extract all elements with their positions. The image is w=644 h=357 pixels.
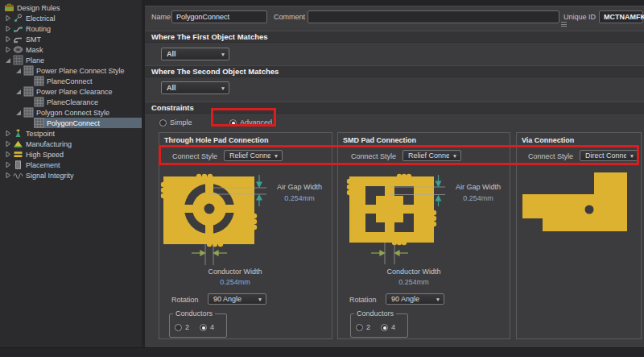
expander-collapsed-icon[interactable]: [3, 44, 13, 55]
tree-item-label: Plane: [26, 56, 44, 64]
tree-item-plane[interactable]: Plane: [0, 55, 142, 65]
tree-item-planeclearance[interactable]: PlaneClearance: [0, 97, 142, 107]
expander-expanded-icon[interactable]: [14, 86, 23, 97]
rule-editor-panel: Name Comment Unique ID MCTNAMFK Where Th…: [145, 0, 644, 347]
tree-item-testpoint[interactable]: Testpoint: [0, 128, 142, 139]
first-object-matches-header: Where The First Object Matches: [145, 31, 644, 43]
tree-item-high-speed[interactable]: High Speed: [0, 149, 142, 160]
comment-input[interactable]: [308, 10, 559, 23]
conductor-width-label: Conductor Width: [386, 268, 440, 276]
through-hole-rotation-dropdown[interactable]: 90 Angle ▼: [208, 293, 266, 305]
expander-collapsed-icon[interactable]: [3, 23, 13, 34]
rules-tree-panel: Design RulesElectricalRoutingSMTMaskPlan…: [0, 0, 142, 347]
expander-spacer: [24, 97, 34, 107]
plane-icon: [13, 55, 23, 65]
tree-item-electrical[interactable]: Electrical: [0, 13, 142, 23]
expander-collapsed-icon[interactable]: [3, 149, 13, 160]
expander-collapsed-icon[interactable]: [3, 139, 13, 149]
rule-icon: [34, 97, 44, 107]
smd-connect-style-dropdown[interactable]: Relief Connect ▼: [402, 150, 461, 161]
rotation-label: Rotation: [171, 296, 199, 304]
comment-label: Comment: [274, 13, 305, 22]
tree-item-planeconnect[interactable]: PlaneConnect: [0, 76, 142, 86]
conductors-option-label: 4: [210, 323, 214, 331]
expander-expanded-icon[interactable]: [14, 107, 23, 118]
air-gap-width-value: 0.254mm: [463, 194, 493, 202]
tree-item-label: Testpoint: [26, 130, 55, 138]
conductor-width-label: Conductor Width: [208, 268, 262, 276]
conductors-option-label: 4: [391, 323, 395, 331]
second-object-scope-dropdown[interactable]: All ▼: [161, 81, 229, 94]
constraints-header: Constraints: [145, 102, 644, 114]
tree-item-routing[interactable]: Routing: [0, 23, 142, 34]
radio-icon[interactable]: [229, 119, 237, 127]
second-object-matches-header: Where The Second Object Matches: [145, 65, 644, 77]
smd-rotation-dropdown[interactable]: 90 Angle ▼: [386, 293, 444, 305]
unique-id-value[interactable]: MCTNAMFK: [599, 10, 643, 23]
tree-item-polygonconnect[interactable]: PolygonConnect: [0, 118, 142, 128]
first-object-scope-dropdown[interactable]: All ▼: [161, 48, 229, 60]
chevron-down-icon: ▼: [270, 153, 282, 159]
conductors-option-4[interactable]: 4: [200, 323, 214, 331]
tree-item-label: SMT: [26, 35, 41, 44]
rules-tree: Design RulesElectricalRoutingSMTMaskPlan…: [0, 0, 142, 181]
tree-item-signal-integrity[interactable]: Signal Integrity: [0, 170, 142, 181]
radio-icon[interactable]: [175, 324, 182, 331]
radio-simple[interactable]: Simple: [159, 118, 192, 127]
name-label: Name: [151, 13, 171, 22]
tree-item-label: Routing: [26, 25, 51, 33]
high-speed-icon: [13, 149, 23, 160]
expander-collapsed-icon[interactable]: [3, 128, 13, 139]
radio-advanced[interactable]: Advanced: [229, 118, 272, 127]
radio-icon[interactable]: [200, 324, 207, 331]
tree-item-power-plane-clearance[interactable]: Power Plane Clearance: [0, 86, 142, 97]
expander-expanded-icon[interactable]: [14, 65, 23, 76]
expander-collapsed-icon[interactable]: [3, 170, 13, 181]
design-rules-dialog: Design RulesElectricalRoutingSMTMaskPlan…: [0, 0, 644, 357]
conductors-option-4[interactable]: 4: [381, 323, 395, 331]
tree-item-label: Polygon Connect Style: [36, 109, 109, 117]
tree-item-label: Electrical: [26, 15, 56, 23]
radio-icon[interactable]: [356, 324, 363, 331]
expander-collapsed-icon[interactable]: [3, 13, 13, 23]
rule-icon: [23, 107, 34, 118]
via-direct-diagram: [517, 170, 642, 259]
via-connect-style-dropdown[interactable]: Direct Connect ▼: [580, 150, 638, 161]
conductors-group: Conductors 24: [169, 313, 227, 338]
tree-item-label: Design Rules: [17, 4, 60, 12]
tree-item-smt[interactable]: SMT: [0, 34, 142, 44]
tree-item-polygon-connect-style[interactable]: Polygon Connect Style: [0, 107, 142, 118]
tree-item-manufacturing[interactable]: Manufacturing: [0, 139, 142, 149]
name-input[interactable]: [171, 10, 267, 23]
tree-item-label: Signal Integrity: [26, 172, 74, 180]
expander-spacer: [24, 118, 34, 128]
rule-icon: [34, 76, 44, 86]
tree-item-mask[interactable]: Mask: [0, 44, 142, 55]
air-gap-width-value: 0.254mm: [284, 194, 315, 202]
radio-icon[interactable]: [159, 119, 167, 127]
smd-relief-diagram: Air Gap Width 0.254mm Conductor Width 0.…: [338, 170, 511, 288]
tree-item-label: Power Plane Clearance: [36, 88, 113, 96]
expander-expanded-icon[interactable]: [3, 55, 13, 65]
tree-item-label: PlaneClearance: [47, 98, 98, 106]
conductors-option-2[interactable]: 2: [356, 323, 370, 331]
radio-icon[interactable]: [381, 324, 388, 331]
expander-spacer: [24, 76, 34, 86]
signal-integrity-icon: [13, 170, 23, 181]
smt-icon: [13, 34, 23, 44]
chevron-down-icon: ▼: [626, 153, 638, 159]
via-connection-group: Via Connection Connect Style Direct Conn…: [516, 132, 642, 339]
mask-icon: [13, 44, 23, 55]
tree-item-design-rules[interactable]: Design Rules: [0, 2, 142, 13]
through-hole-pad-connection-group: Through Hole Pad Connection Connect Styl…: [159, 132, 332, 339]
expander-collapsed-icon[interactable]: [3, 160, 13, 170]
expander-collapsed-icon[interactable]: [3, 34, 13, 44]
placement-icon: [13, 160, 23, 170]
tree-item-power-plane-connect-style[interactable]: Power Plane Connect Style: [0, 65, 142, 76]
tree-item-label: High Speed: [26, 151, 64, 159]
tree-item-placement[interactable]: Placement: [0, 160, 142, 170]
comment-resize-grip-icon[interactable]: [561, 22, 567, 27]
conductors-option-2[interactable]: 2: [175, 323, 189, 331]
through-hole-connect-style-dropdown[interactable]: Relief Connect ▼: [224, 150, 283, 161]
top-strip: [145, 0, 644, 6]
